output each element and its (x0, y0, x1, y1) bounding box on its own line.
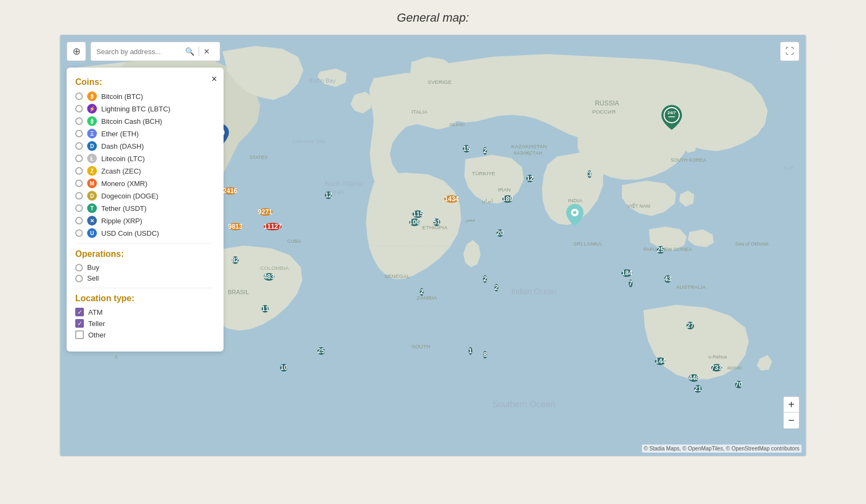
operation-item-sell[interactable]: Sell (75, 274, 213, 282)
coin-item-lbtc[interactable]: ⚡ Lightning BTC (LBTC) (75, 104, 213, 114)
coin-icon-zec: Z (87, 166, 97, 176)
location-item-other[interactable]: Other (75, 330, 213, 339)
cluster-marker-m21[interactable]: 2 (483, 147, 487, 155)
cluster-marker-m4[interactable]: 9813 (228, 223, 242, 230)
fullscreen-button[interactable]: ⛶ (780, 42, 799, 61)
location-checkbox-atm[interactable]: ✓ (75, 308, 84, 316)
zoom-in-button[interactable]: + (783, 396, 799, 413)
coin-item-dash[interactable]: D Dash (DASH) (75, 141, 213, 151)
cluster-marker-m26[interactable]: 25 (657, 246, 664, 254)
coin-item-doge[interactable]: D Dogecoin (DOGE) (75, 191, 213, 201)
coins-list: ₿ Bitcoin (BTC) ⚡ Lightning BTC (LBTC) ₿… (75, 91, 213, 238)
cluster-marker-m24[interactable]: 184 (621, 269, 632, 277)
cluster-marker-m2[interactable]: 9271 (258, 208, 273, 216)
coin-item-zec[interactable]: Z Zcash (ZEC) (75, 166, 213, 176)
coin-radio-usdc[interactable] (75, 229, 83, 237)
coin-item-usdt[interactable]: T Tether (USDT) (75, 203, 213, 213)
coin-radio-btc[interactable] (75, 92, 83, 100)
cluster-marker-m31[interactable]: 21 (694, 385, 701, 393)
coin-label-lbtc: Lightning BTC (LBTC) (101, 105, 170, 113)
location-item-teller[interactable]: ✓ Teller (75, 319, 213, 328)
coin-label-usdt: Tether (USDT) (101, 204, 147, 213)
location-checkbox-other[interactable] (75, 330, 84, 339)
svg-text:INDIA: INDIA (568, 197, 582, 203)
search-clear-icon[interactable]: ✕ (204, 47, 210, 56)
cluster-marker-m16[interactable]: 189 (502, 195, 513, 203)
cluster-marker-m18[interactable]: 2 (483, 275, 487, 283)
cluster-marker-m7[interactable]: 11 (261, 305, 268, 313)
cyan-pin-marker[interactable] (566, 204, 583, 229)
coin-label-eth: Ether (ETH) (101, 130, 139, 138)
coin-radio-xrp[interactable] (75, 217, 83, 224)
coin-icon-bch: ₿ (87, 116, 97, 126)
page-title: General map: (397, 11, 469, 25)
cluster-marker-m5[interactable]: 82 (232, 256, 239, 264)
cluster-marker-m29[interactable]: 144 (655, 357, 666, 365)
cluster-marker-m35[interactable]: 8 (483, 351, 487, 359)
cluster-marker-m14[interactable]: 51 (433, 218, 440, 226)
svg-text:S: S (115, 354, 118, 360)
coin-item-btc[interactable]: ₿ Bitcoin (BTC) (75, 91, 213, 101)
divider-2 (75, 288, 213, 288)
coin-label-btc: Bitcoin (BTC) (101, 92, 143, 101)
svg-text:AUSTRALIA: AUSTRALIA (676, 284, 706, 290)
coin-radio-dash[interactable] (75, 142, 83, 150)
cluster-marker-m33[interactable]: 70 (735, 381, 742, 388)
coin-radio-zec[interactable] (75, 167, 83, 175)
coins-section-title: Coins: (75, 77, 213, 87)
coin-label-xrp: Ripple (XRP) (101, 217, 142, 225)
coin-icon-btc: ₿ (87, 91, 97, 101)
location-section-title: Location type: (75, 294, 213, 303)
coin-item-eth[interactable]: Ξ Ether (ETH) (75, 129, 213, 138)
cluster-marker-m20[interactable]: 15 (463, 145, 470, 152)
cluster-marker-m25[interactable]: 7 (629, 280, 633, 287)
cluster-marker-m8[interactable]: 25 (318, 347, 325, 355)
coin-radio-ltc[interactable] (75, 155, 83, 162)
coin-item-xrp[interactable]: ✕ Ripple (XRP) (75, 216, 213, 226)
location-checkbox-teller[interactable]: ✓ (75, 319, 84, 328)
coin-icon-eth: Ξ (87, 129, 97, 138)
cluster-marker-m32[interactable]: 733 (711, 364, 722, 372)
search-input[interactable] (96, 48, 183, 56)
operation-radio-sell[interactable] (75, 275, 83, 282)
coin-item-bch[interactable]: ₿ Bitcoin Cash (BCH) (75, 116, 213, 126)
coin-item-usdc[interactable]: U USD Coin (USDC) (75, 228, 213, 238)
coin-radio-lbtc[interactable] (75, 105, 83, 112)
cluster-marker-m3[interactable]: 11127 (264, 223, 281, 230)
operation-item-buy[interactable]: Buy (75, 263, 213, 271)
cluster-marker-m17[interactable]: 20 (496, 229, 503, 237)
cluster-marker-m15[interactable]: 1434 (444, 195, 459, 203)
coin-label-doge: Dogecoin (DOGE) (101, 192, 158, 200)
cluster-marker-m19[interactable]: 2 (495, 284, 498, 291)
coin-radio-usdt[interactable] (75, 204, 83, 212)
cluster-marker-m22[interactable]: 12 (526, 175, 533, 182)
location-label-other: Other (88, 331, 106, 339)
cluster-marker-m34[interactable]: 1 (469, 347, 473, 355)
cluster-marker-m1[interactable]: 2416 (223, 187, 238, 195)
cluster-marker-m10[interactable]: 12 (325, 191, 332, 199)
cluster-marker-m28[interactable]: 27 (687, 322, 694, 329)
cluster-marker-m11[interactable]: 2 (420, 288, 424, 296)
coin-radio-doge[interactable] (75, 192, 83, 200)
location-label-teller: Teller (88, 320, 105, 328)
location-item-atm[interactable]: ✓ ATM (75, 308, 213, 316)
locate-button[interactable]: ⊕ (67, 42, 86, 61)
cluster-marker-m13[interactable]: 106 (409, 218, 420, 226)
coin-radio-xmr[interactable] (75, 180, 83, 187)
search-divider (199, 47, 199, 56)
coin-item-xmr[interactable]: M Monero (XMR) (75, 178, 213, 188)
cluster-marker-m27[interactable]: 43 (664, 275, 671, 283)
coin-icon-xmr: M (87, 178, 97, 188)
legend-close-button[interactable]: × (211, 74, 217, 84)
cluster-marker-m9[interactable]: 10 (280, 364, 287, 372)
coin-radio-bch[interactable] (75, 117, 83, 125)
zoom-out-button[interactable]: − (783, 413, 799, 429)
operation-radio-buy[interactable] (75, 264, 83, 271)
cluster-marker-m23[interactable]: 3 (588, 170, 592, 178)
cluster-marker-m30[interactable]: 448 (688, 374, 699, 382)
coin-item-ltc[interactable]: Ł Litecoin (LTC) (75, 154, 213, 163)
cluster-marker-m6[interactable]: 483 (264, 273, 274, 281)
coin-radio-eth[interactable] (75, 130, 83, 137)
cluster-marker-m12[interactable]: 115 (412, 210, 423, 218)
teal-24-7-pin[interactable]: 24/7 (661, 105, 682, 132)
